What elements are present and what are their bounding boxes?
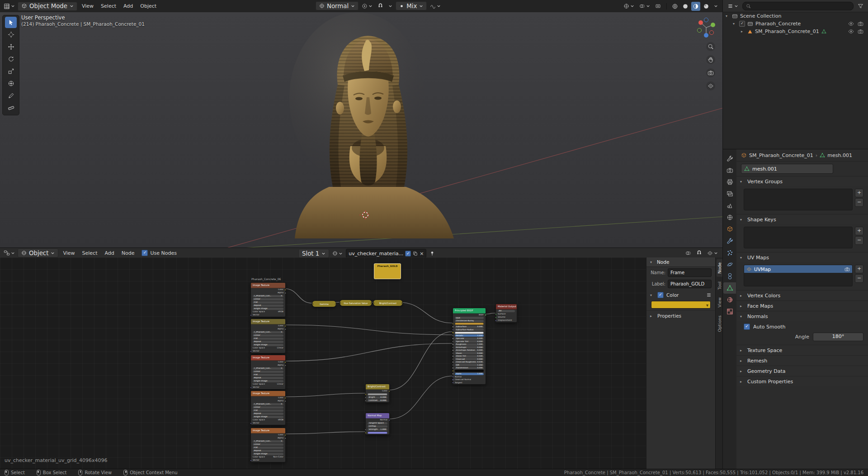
shading-solid-button[interactable] [681,2,690,11]
presets-list-icon[interactable] [706,292,712,298]
fake-user-toggle[interactable]: ✓ [405,251,411,257]
node-image-texture-5[interactable]: Image TextureColorAlphaT_Pharaoh_Con..×L… [250,428,286,462]
vertex-groups-list[interactable] [744,189,853,210]
render-camera-icon[interactable] [858,29,863,34]
outliner-filter-button[interactable] [856,1,865,10]
eye-icon[interactable] [848,21,854,27]
node-row-alpha[interactable]: Alpha [251,437,285,440]
node-row-vector[interactable]: Vector [251,386,285,389]
uv-maps-add-button[interactable]: + [855,265,863,273]
menu-select[interactable]: Select [97,0,120,12]
properties-tab-output[interactable] [723,176,736,188]
properties-tab-view-layer[interactable] [723,188,736,200]
node-row-color-space[interactable]: Color SpacesRGB [251,310,285,314]
outliner-row-object[interactable]: ▸ SM_Pharaoh_Concrete_01 [723,28,868,35]
node-row-color-space[interactable]: Color SpacesRGB [251,419,285,422]
axis-y-ball[interactable] [711,23,715,27]
shading-material-button[interactable] [691,2,700,11]
tool-scale[interactable] [5,66,17,77]
tool-measure[interactable] [5,102,17,114]
node-row-displacement[interactable]: Displacement [496,319,517,322]
node-row-single-image[interactable]: Single Image [251,307,285,310]
node-row-repeat[interactable]: Repeat [251,340,285,343]
node-header[interactable]: Material Output [496,304,517,309]
node-snap-mode-dropdown[interactable] [705,248,720,257]
xray-toggle[interactable] [653,2,663,11]
use-nodes-toggle[interactable]: ✓ Use Nodes [139,250,179,256]
proportional-falloff-dropdown[interactable]: Mix [396,1,427,10]
axis-x-neg-ball[interactable] [710,31,714,35]
node-row-flat[interactable]: Flat [251,337,285,340]
node-menu-select[interactable]: Select [79,248,101,258]
properties-tab-material[interactable] [723,294,736,305]
node-row-bright[interactable]: Bright0.000 [366,396,389,399]
properties-panel-header[interactable]: ▸ Properties [646,310,715,321]
node-row-t-pharaoh-con-[interactable]: T_Pharaoh_Con..× [251,295,285,298]
node-row-alpha[interactable]: Alpha [251,328,285,331]
shader-type-dropdown[interactable]: Object [18,248,58,257]
properties-tab-particles[interactable] [723,247,736,258]
snap-dropdown[interactable] [387,1,394,10]
tool-annotate[interactable] [5,90,17,101]
node-header[interactable]: Image Texture [251,428,285,433]
node-row-alpha[interactable]: Alpha [251,400,285,403]
breadcrumb-object[interactable]: SM_Pharaoh_Concrete_01 [749,152,813,158]
properties-tab-texture[interactable] [723,306,736,317]
properties-tab-tool[interactable] [723,153,736,164]
properties-tab-modifiers[interactable] [723,235,736,247]
shape-keys-list[interactable] [744,227,853,248]
node-header[interactable]: Normal Map [366,413,389,419]
node-row-alpha[interactable]: Alpha [251,291,285,295]
node-row-repeat[interactable]: Repeat [251,376,285,380]
tool-select-box[interactable] [5,17,17,28]
node-header[interactable]: Principled BSDF [453,308,486,314]
node-row-vector[interactable]: Vector [251,314,285,317]
node-name-field[interactable]: Frame [668,268,712,277]
browse-material-button[interactable] [330,249,344,258]
sidebar-tab-options[interactable]: Options [717,312,722,335]
pan-button[interactable] [706,55,715,64]
tool-cursor[interactable] [5,29,17,40]
mode-dropdown[interactable]: Object Mode [18,2,77,11]
node-row-linear[interactable]: Linear [251,334,285,337]
node-material-output[interactable]: Material OutputAllSurfaceVolumeDisplacem… [495,304,517,323]
node-row-volume[interactable]: Volume [496,316,517,319]
axis-z-neg-ball[interactable] [704,18,708,22]
node-normal-map[interactable]: Normal MapNormalTangent SpaceUVMapStreng… [365,413,390,435]
menu-view[interactable]: View [78,0,97,12]
tool-rotate[interactable] [5,53,17,65]
node-row-linear[interactable]: Linear [251,406,285,409]
node-row-color-space[interactable]: Color SpaceLinear [251,383,285,386]
node-row-vector[interactable]: Vector [251,350,285,353]
node-row-contrast[interactable]: Contrast0.000 [366,399,389,402]
node-principled-bsdf[interactable]: Principled BSDFBSDFGGXChristensen-Burley… [453,308,486,385]
auto-smooth-checkbox[interactable]: ✓ [744,324,750,330]
pivot-dropdown[interactable] [360,1,374,10]
slot-dropdown[interactable]: Slot 1 [298,249,329,258]
node-row-single-image[interactable]: Single Image [251,343,285,347]
editor-type-button[interactable] [2,2,17,11]
collection-checkbox[interactable]: ✓ [739,21,745,27]
node-row-uvmap[interactable]: UVMap [366,425,389,428]
node-row-color[interactable]: Color [251,396,285,400]
node-row-color[interactable]: Color [251,288,285,291]
node-row-single-image[interactable]: Single Image [251,415,285,419]
tool-move[interactable] [5,41,17,52]
node-row-flat[interactable]: Flat [251,446,285,449]
node-image-texture-3[interactable]: Image TextureColorAlphaT_Pharaoh_Con..×L… [250,355,286,390]
sidebar-tab-view[interactable]: View [717,294,722,311]
color-checkbox[interactable]: ✓ [657,292,664,298]
properties-tab-world[interactable] [723,212,736,223]
node-header[interactable]: Image Texture [251,319,285,324]
eye-icon[interactable] [848,29,854,34]
node-menu-node[interactable]: Node [118,248,138,258]
pin-button[interactable] [428,249,437,258]
uv-maps-list[interactable]: UVMap [744,265,853,286]
node-row-t-pharaoh-con-[interactable]: T_Pharaoh_Con..× [251,440,285,443]
panel-header-shape-keys[interactable]: ▾Shape Keys [736,214,868,224]
node-image-texture-2[interactable]: Image TextureColorAlphaT_Pharaoh_Con..×L… [250,319,286,353]
node-editor-type-button[interactable] [2,248,17,257]
outliner-row-scene-collection[interactable]: ▾ Scene Collection [723,12,868,20]
node-row-t-pharaoh-con-[interactable]: T_Pharaoh_Con..× [251,403,285,406]
node-label-field[interactable]: Pharaoh_GOLD [668,280,712,288]
